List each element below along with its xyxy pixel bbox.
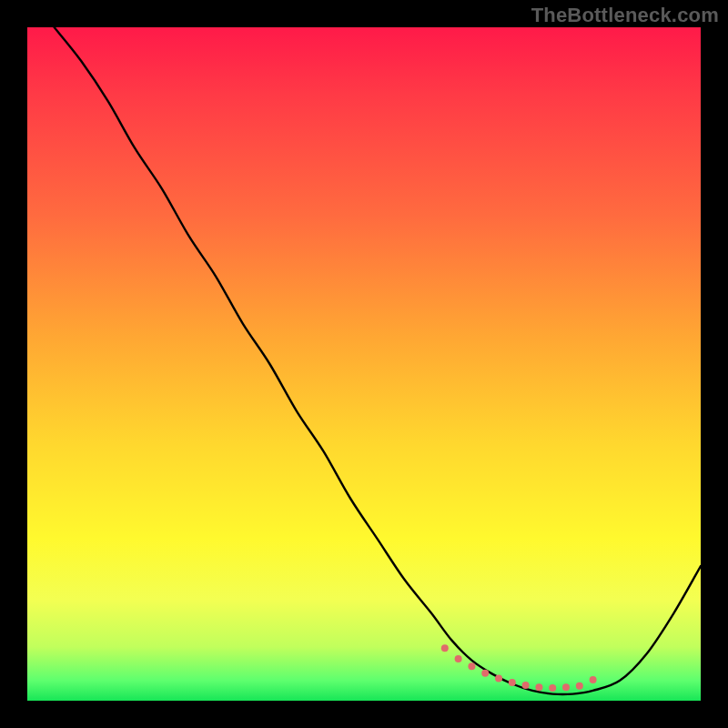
- highlight-dot: [535, 683, 542, 691]
- highlight-dot: [455, 655, 462, 662]
- highlight-dot: [522, 682, 530, 689]
- highlight-dot: [495, 675, 502, 682]
- highlight-dot: [549, 684, 556, 692]
- chart-svg: [27, 27, 701, 701]
- highlight-dot: [441, 644, 449, 652]
- highlight-dot: [509, 679, 516, 686]
- bottleneck-curve-path: [55, 27, 701, 694]
- highlight-dot: [468, 662, 475, 670]
- watermark-label: TheBottleneck.com: [531, 4, 719, 27]
- highlight-dot: [590, 676, 597, 683]
- plot-area: [27, 27, 701, 701]
- highlight-dot: [481, 670, 489, 677]
- highlight-dots-group: [441, 644, 597, 692]
- highlight-dot: [562, 683, 570, 691]
- highlight-dot: [576, 682, 583, 690]
- chart-frame: TheBottleneck.com: [0, 0, 728, 728]
